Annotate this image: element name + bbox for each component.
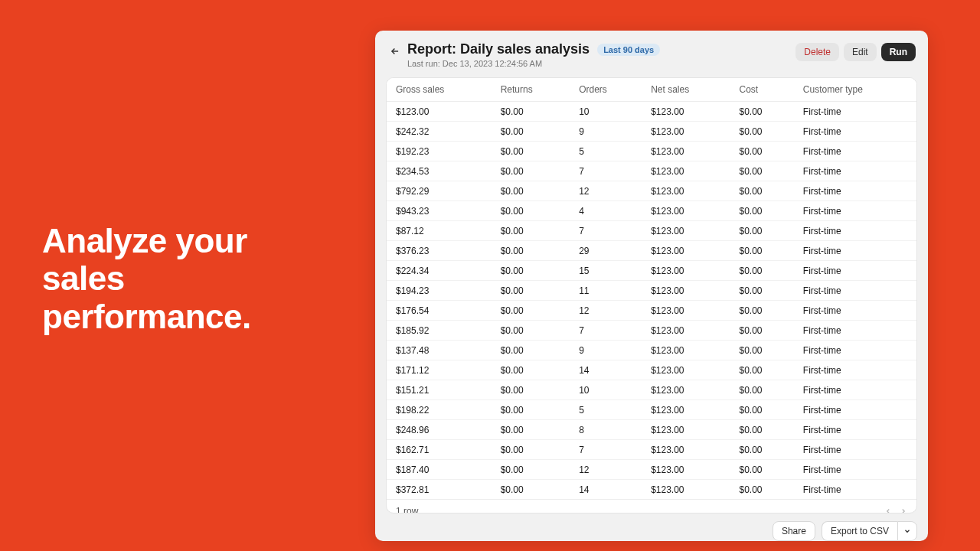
export-split-button: Export to CSV bbox=[822, 521, 917, 541]
table-row[interactable]: $376.23$0.0029$123.00$0.00First-time bbox=[387, 241, 916, 261]
table-cell: 7 bbox=[570, 161, 642, 181]
table-row[interactable]: $372.81$0.0014$123.00$0.00First-time bbox=[387, 480, 916, 500]
table-cell: First-time bbox=[794, 241, 916, 261]
table-row[interactable]: $198.22$0.005$123.00$0.00First-time bbox=[387, 400, 916, 420]
table-cell: $123.00 bbox=[387, 102, 492, 122]
table-cell: $123.00 bbox=[642, 221, 730, 241]
table-footer: 1 row bbox=[387, 499, 916, 514]
table-cell: First-time bbox=[794, 321, 916, 341]
table-row[interactable]: $248.96$0.008$123.00$0.00First-time bbox=[387, 420, 916, 440]
table-row[interactable]: $87.12$0.007$123.00$0.00First-time bbox=[387, 221, 916, 241]
table-cell: $0.00 bbox=[730, 440, 793, 460]
col-returns[interactable]: Returns bbox=[492, 78, 570, 102]
table-cell: First-time bbox=[794, 201, 916, 221]
col-orders[interactable]: Orders bbox=[570, 78, 642, 102]
table-cell: $0.00 bbox=[492, 321, 570, 341]
table-row[interactable]: $194.23$0.0011$123.00$0.00First-time bbox=[387, 281, 916, 301]
sales-table: Gross sales Returns Orders Net sales Cos… bbox=[387, 78, 916, 499]
table-cell: $792.29 bbox=[387, 181, 492, 201]
table-cell: $0.00 bbox=[730, 341, 793, 360]
col-net-sales[interactable]: Net sales bbox=[642, 78, 730, 102]
table-cell: 29 bbox=[570, 241, 642, 261]
table-cell: $0.00 bbox=[492, 142, 570, 161]
table-cell: $943.23 bbox=[387, 201, 492, 221]
table-cell: 5 bbox=[570, 142, 642, 161]
col-cost[interactable]: Cost bbox=[730, 78, 793, 102]
table-cell: First-time bbox=[794, 380, 916, 400]
table-row[interactable]: $234.53$0.007$123.00$0.00First-time bbox=[387, 161, 916, 181]
export-csv-button[interactable]: Export to CSV bbox=[822, 521, 897, 541]
hero-line: performance. bbox=[42, 298, 251, 335]
arrow-left-icon bbox=[390, 46, 400, 57]
table-cell: $0.00 bbox=[492, 380, 570, 400]
date-range-badge[interactable]: Last 90 days bbox=[597, 44, 660, 56]
back-button[interactable] bbox=[387, 44, 403, 59]
table-row[interactable]: $192.23$0.005$123.00$0.00First-time bbox=[387, 142, 916, 161]
table-cell: $171.12 bbox=[387, 360, 492, 380]
table-cell: First-time bbox=[794, 102, 916, 122]
table-cell: $224.34 bbox=[387, 261, 492, 281]
table-cell: 4 bbox=[570, 201, 642, 221]
table-cell: $123.00 bbox=[642, 181, 730, 201]
table-row[interactable]: $137.48$0.009$123.00$0.00First-time bbox=[387, 341, 916, 360]
table-cell: 14 bbox=[570, 360, 642, 380]
table-cell: $194.23 bbox=[387, 281, 492, 301]
table-row[interactable]: $176.54$0.0012$123.00$0.00First-time bbox=[387, 301, 916, 321]
table-cell: $123.00 bbox=[642, 261, 730, 281]
table-row[interactable]: $187.40$0.0012$123.00$0.00First-time bbox=[387, 460, 916, 480]
table-cell: $0.00 bbox=[730, 181, 793, 201]
table-row[interactable]: $185.92$0.007$123.00$0.00First-time bbox=[387, 321, 916, 341]
table-cell: $0.00 bbox=[492, 281, 570, 301]
table-cell: $123.00 bbox=[642, 122, 730, 142]
delete-button[interactable]: Delete bbox=[795, 43, 839, 61]
table-cell: $0.00 bbox=[730, 221, 793, 241]
table-cell: $123.00 bbox=[642, 360, 730, 380]
table-cell: First-time bbox=[794, 142, 916, 161]
table-cell: $0.00 bbox=[730, 142, 793, 161]
table-cell: $192.23 bbox=[387, 142, 492, 161]
table-row[interactable]: $224.34$0.0015$123.00$0.00First-time bbox=[387, 261, 916, 281]
col-gross-sales[interactable]: Gross sales bbox=[387, 78, 492, 102]
chevron-left-icon bbox=[884, 507, 892, 514]
table-cell: $0.00 bbox=[492, 420, 570, 440]
table-cell: $123.00 bbox=[642, 420, 730, 440]
table-cell: $372.81 bbox=[387, 480, 492, 500]
table-row[interactable]: $943.23$0.004$123.00$0.00First-time bbox=[387, 201, 916, 221]
table-cell: First-time bbox=[794, 261, 916, 281]
table-cell: $0.00 bbox=[492, 460, 570, 480]
table-cell: $123.00 bbox=[642, 380, 730, 400]
table-cell: 5 bbox=[570, 400, 642, 420]
run-button[interactable]: Run bbox=[881, 43, 916, 61]
table-cell: 8 bbox=[570, 420, 642, 440]
table-cell: $0.00 bbox=[730, 241, 793, 261]
table-row[interactable]: $792.29$0.0012$123.00$0.00First-time bbox=[387, 181, 916, 201]
table-row[interactable]: $162.71$0.007$123.00$0.00First-time bbox=[387, 440, 916, 460]
table-cell: 15 bbox=[570, 261, 642, 281]
export-dropdown-button[interactable] bbox=[897, 521, 917, 541]
prev-page-button[interactable] bbox=[884, 507, 892, 514]
table-cell: First-time bbox=[794, 341, 916, 360]
table-cell: 12 bbox=[570, 181, 642, 201]
share-button[interactable]: Share bbox=[773, 521, 815, 541]
table-cell: $0.00 bbox=[492, 102, 570, 122]
table-cell: $0.00 bbox=[492, 221, 570, 241]
table-cell: $123.00 bbox=[642, 102, 730, 122]
table-cell: $137.48 bbox=[387, 341, 492, 360]
table-cell: $0.00 bbox=[730, 161, 793, 181]
table-cell: 12 bbox=[570, 460, 642, 480]
table-row[interactable]: $171.12$0.0014$123.00$0.00First-time bbox=[387, 360, 916, 380]
title-wrap: Report: Daily sales analysis Last 90 day… bbox=[407, 41, 795, 68]
table-cell: $0.00 bbox=[492, 341, 570, 360]
table-cell: 7 bbox=[570, 321, 642, 341]
table-row[interactable]: $123.00$0.0010$123.00$0.00First-time bbox=[387, 102, 916, 122]
table-row[interactable]: $151.21$0.0010$123.00$0.00First-time bbox=[387, 380, 916, 400]
table-row[interactable]: $242.32$0.009$123.00$0.00First-time bbox=[387, 122, 916, 142]
table-cell: $0.00 bbox=[492, 201, 570, 221]
next-page-button[interactable] bbox=[900, 507, 907, 514]
table-cell: $123.00 bbox=[642, 301, 730, 321]
table-cell: $248.96 bbox=[387, 420, 492, 440]
edit-button[interactable]: Edit bbox=[844, 43, 877, 61]
col-customer-type[interactable]: Customer type bbox=[794, 78, 916, 102]
last-run-label: Last run: Dec 13, 2023 12:24:56 AM bbox=[407, 59, 795, 68]
table-cell: 9 bbox=[570, 122, 642, 142]
